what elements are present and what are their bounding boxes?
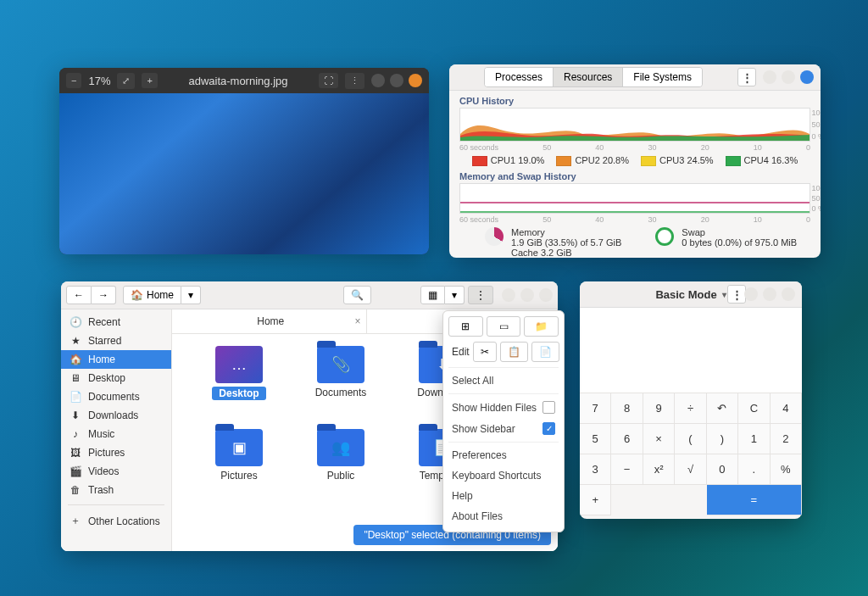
select-all-item[interactable]: Select All (448, 370, 559, 391)
menu-button[interactable]: ⋮ (468, 286, 493, 304)
copy-button[interactable]: 📋 (500, 342, 528, 362)
view-icons-button[interactable]: ▦ (420, 286, 445, 304)
new-window-button[interactable]: ▭ (487, 316, 521, 337)
fullscreen-button[interactable]: ⛶ (319, 73, 338, 88)
calc-key-.[interactable]: . (738, 454, 770, 485)
cut-button[interactable]: ✂ (473, 342, 497, 362)
close-button[interactable] (539, 288, 553, 302)
memory-history-title: Memory and Swap History (459, 171, 810, 181)
calc-mode-dropdown[interactable]: Basic Mode (655, 288, 726, 301)
tab-file-systems[interactable]: File Systems (623, 68, 702, 86)
menu-button[interactable]: ⋮ (727, 285, 746, 304)
menu-button[interactable]: ⋮ (737, 68, 756, 86)
sidebar-item-starred[interactable]: ★Starred (61, 331, 171, 350)
help-item[interactable]: Help (448, 486, 559, 506)
close-tab-icon[interactable]: × (354, 315, 360, 327)
zoom-out-button[interactable]: − (66, 73, 81, 88)
sidebar-item-home[interactable]: 🏠Home (61, 350, 171, 369)
calc-key-1[interactable]: 1 (738, 424, 770, 454)
calc-key-0[interactable]: 0 (707, 454, 738, 485)
calc-key-=[interactable]: = (707, 485, 802, 515)
calc-key-x²[interactable]: x² (643, 454, 675, 485)
maximize-button[interactable] (782, 70, 795, 84)
back-button[interactable]: ← (66, 286, 92, 304)
menu-button[interactable]: ⋮ (345, 73, 364, 89)
preferences-item[interactable]: Preferences (448, 445, 559, 465)
calc-key-8[interactable]: 8 (611, 393, 643, 424)
calc-key-6[interactable]: 6 (611, 424, 643, 454)
show-sidebar-item[interactable]: Show Sidebar (448, 418, 559, 439)
calc-key-)[interactable]: ) (707, 424, 738, 454)
calc-key-([interactable]: ( (675, 424, 706, 454)
folder-documents[interactable]: 📎Documents (294, 346, 387, 422)
calc-key-9[interactable]: 9 (643, 393, 675, 424)
sidebar-item-other-locations[interactable]: ＋Other Locations (61, 510, 171, 532)
sidebar-item-desktop[interactable]: 🖥Desktop (61, 369, 171, 387)
calc-key-3[interactable]: 3 (580, 454, 611, 485)
image-viewer-window: − 17% ⤢ + adwaita-morning.jpg ⛶ ⋮ (59, 68, 429, 254)
maximize-button[interactable] (520, 288, 534, 302)
zoom-in-button[interactable]: + (142, 73, 157, 88)
calc-key-√[interactable]: √ (675, 454, 706, 485)
tab-home[interactable]: Home× (175, 309, 367, 333)
folder-icon: 👥 (317, 429, 364, 466)
close-button[interactable] (409, 74, 422, 87)
view-dropdown-button[interactable]: ▾ (445, 286, 465, 304)
calc-key-5[interactable]: 5 (580, 424, 611, 454)
sysmon-titlebar: Processes Resources File Systems ⋮ (449, 64, 821, 91)
mem-x-axis: 60 seconds50403020100 (459, 215, 810, 224)
zoom-fit-button[interactable]: ⤢ (117, 73, 135, 89)
folder-public[interactable]: 👥Public (294, 429, 387, 505)
calc-key-+[interactable]: + (580, 485, 611, 515)
forward-button[interactable]: → (92, 286, 116, 304)
sidebar-item-trash[interactable]: 🗑Trash (61, 481, 171, 499)
path-dropdown-button[interactable]: ▾ (181, 286, 201, 304)
sidebar-item-recent[interactable]: 🕘Recent (61, 313, 171, 331)
paste-button[interactable]: 📄 (531, 342, 559, 362)
sidebar-item-pictures[interactable]: 🖼Pictures (61, 443, 171, 462)
tab-resources[interactable]: Resources (554, 68, 623, 86)
path-home-button[interactable]: 🏠 Home (123, 286, 181, 304)
show-hidden-item[interactable]: Show Hidden Files (448, 397, 559, 418)
maximize-button[interactable] (763, 287, 776, 301)
sidebar-item-music[interactable]: ♪Music (61, 425, 171, 443)
sidebar-item-documents[interactable]: 📄Documents (61, 387, 171, 406)
minimize-button[interactable] (371, 74, 385, 87)
calc-key-−[interactable]: − (611, 454, 643, 485)
keyboard-shortcuts-item[interactable]: Keyboard Shortcuts (448, 465, 559, 486)
calc-key-4[interactable]: 4 (771, 393, 802, 424)
calc-key-÷[interactable]: ÷ (675, 393, 706, 424)
calc-key-C[interactable]: C (738, 393, 770, 424)
close-button[interactable] (800, 70, 814, 84)
calc-key-%[interactable]: % (771, 454, 802, 485)
checkbox-checked-icon[interactable] (542, 422, 555, 435)
desktop-icon: 🖥 (70, 372, 81, 384)
calc-key-×[interactable]: × (643, 424, 675, 454)
new-folder-button[interactable]: 📁 (524, 316, 559, 337)
folder-icon: ▣ (215, 429, 263, 466)
calc-key-↶[interactable]: ↶ (707, 393, 738, 424)
minimize-button[interactable] (744, 287, 758, 301)
music-icon: ♪ (70, 428, 81, 440)
search-button[interactable]: 🔍 (343, 286, 371, 304)
new-tab-button[interactable]: ⊞ (448, 316, 483, 337)
sidebar-item-videos[interactable]: 🎬Videos (61, 462, 171, 481)
cpu-legend-item: CPU1 19.0% (472, 155, 545, 166)
minimize-button[interactable] (763, 70, 776, 84)
calc-display[interactable] (580, 308, 802, 393)
close-button[interactable] (782, 287, 795, 301)
minimize-button[interactable] (502, 288, 515, 302)
tab-processes[interactable]: Processes (485, 68, 554, 86)
videos-icon: 🎬 (70, 465, 81, 477)
files-titlebar: ← → 🏠 Home ▾ 🔍 ▦ ▾ ⋮ (61, 281, 558, 309)
sysmon-tabs: Processes Resources File Systems (484, 67, 703, 87)
trash-icon: 🗑 (70, 484, 81, 496)
about-files-item[interactable]: About Files (448, 506, 559, 526)
calc-key-7[interactable]: 7 (580, 393, 611, 424)
calc-key-2[interactable]: 2 (771, 424, 802, 454)
maximize-button[interactable] (390, 74, 403, 87)
folder-desktop[interactable]: …Desktop (192, 346, 286, 422)
sidebar-item-downloads[interactable]: ⬇Downloads (61, 406, 171, 425)
checkbox-icon[interactable] (542, 401, 555, 414)
folder-pictures[interactable]: ▣Pictures (192, 429, 286, 505)
